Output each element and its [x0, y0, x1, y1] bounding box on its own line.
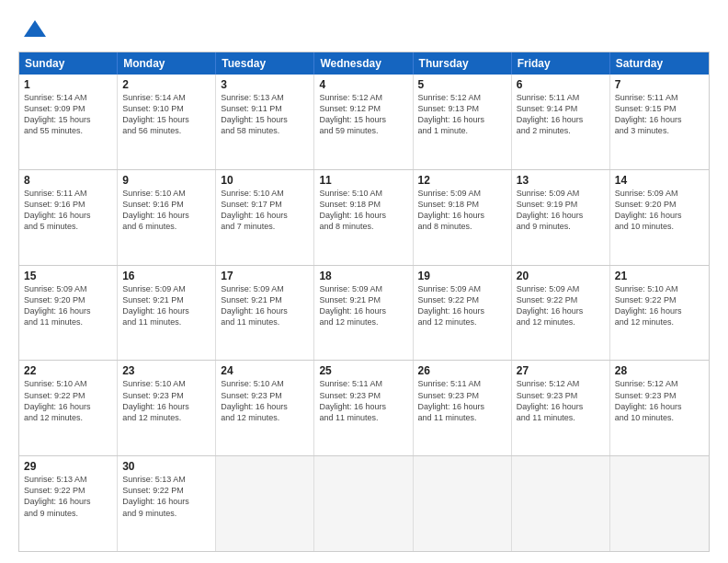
header-day-sunday: Sunday	[19, 52, 118, 75]
header-day-tuesday: Tuesday	[216, 52, 314, 75]
header-day-friday: Friday	[512, 52, 610, 75]
cal-cell: 15Sunrise: 5:09 AM Sunset: 9:20 PM Dayli…	[19, 266, 118, 361]
cal-cell: 9Sunrise: 5:10 AM Sunset: 9:16 PM Daylig…	[118, 170, 216, 265]
cal-week-4: 29Sunrise: 5:13 AM Sunset: 9:22 PM Dayli…	[19, 455, 709, 551]
cal-cell: 30Sunrise: 5:13 AM Sunset: 9:22 PM Dayli…	[118, 456, 216, 551]
cal-cell: 14Sunrise: 5:09 AM Sunset: 9:20 PM Dayli…	[610, 170, 709, 265]
cal-cell: 1Sunrise: 5:14 AM Sunset: 9:09 PM Daylig…	[19, 75, 118, 169]
cal-cell: 26Sunrise: 5:11 AM Sunset: 9:23 PM Dayli…	[414, 361, 512, 455]
header-day-monday: Monday	[118, 52, 216, 75]
cal-cell: 16Sunrise: 5:09 AM Sunset: 9:21 PM Dayli…	[118, 266, 216, 361]
cal-cell: 11Sunrise: 5:10 AM Sunset: 9:18 PM Dayli…	[314, 170, 413, 265]
header-day-wednesday: Wednesday	[314, 52, 413, 75]
cal-cell: 5Sunrise: 5:12 AM Sunset: 9:13 PM Daylig…	[414, 75, 512, 169]
cal-cell: 19Sunrise: 5:09 AM Sunset: 9:22 PM Dayli…	[414, 266, 512, 361]
cal-cell: 21Sunrise: 5:10 AM Sunset: 9:22 PM Dayli…	[610, 266, 709, 361]
cal-cell	[512, 456, 610, 551]
cal-cell	[314, 456, 413, 551]
logo-icon	[22, 17, 48, 42]
cal-cell	[610, 456, 709, 551]
cal-cell: 2Sunrise: 5:14 AM Sunset: 9:10 PM Daylig…	[118, 75, 216, 169]
cal-cell: 7Sunrise: 5:11 AM Sunset: 9:15 PM Daylig…	[610, 75, 709, 169]
cal-cell: 17Sunrise: 5:09 AM Sunset: 9:21 PM Dayli…	[216, 266, 314, 361]
header-day-thursday: Thursday	[414, 52, 512, 75]
header	[18, 17, 710, 42]
cal-cell: 8Sunrise: 5:11 AM Sunset: 9:16 PM Daylig…	[19, 170, 118, 265]
calendar: SundayMondayTuesdayWednesdayThursdayFrid…	[18, 52, 710, 552]
cal-week-1: 8Sunrise: 5:11 AM Sunset: 9:16 PM Daylig…	[19, 169, 709, 265]
cal-cell	[414, 456, 512, 551]
cal-week-0: 1Sunrise: 5:14 AM Sunset: 9:09 PM Daylig…	[19, 75, 709, 169]
calendar-body: 1Sunrise: 5:14 AM Sunset: 9:09 PM Daylig…	[19, 75, 709, 551]
cal-cell: 18Sunrise: 5:09 AM Sunset: 9:21 PM Dayli…	[314, 266, 413, 361]
cal-cell: 3Sunrise: 5:13 AM Sunset: 9:11 PM Daylig…	[216, 75, 314, 169]
cal-cell: 12Sunrise: 5:09 AM Sunset: 9:18 PM Dayli…	[414, 170, 512, 265]
cal-cell: 22Sunrise: 5:10 AM Sunset: 9:22 PM Dayli…	[19, 361, 118, 455]
cal-cell: 20Sunrise: 5:09 AM Sunset: 9:22 PM Dayli…	[512, 266, 610, 361]
cal-week-3: 22Sunrise: 5:10 AM Sunset: 9:22 PM Dayli…	[19, 360, 709, 455]
cal-cell: 23Sunrise: 5:10 AM Sunset: 9:23 PM Dayli…	[118, 361, 216, 455]
cal-week-2: 15Sunrise: 5:09 AM Sunset: 9:20 PM Dayli…	[19, 265, 709, 361]
cal-cell: 25Sunrise: 5:11 AM Sunset: 9:23 PM Dayli…	[314, 361, 413, 455]
page: SundayMondayTuesdayWednesdayThursdayFrid…	[0, 0, 728, 563]
header-day-saturday: Saturday	[610, 52, 709, 75]
cal-cell: 4Sunrise: 5:12 AM Sunset: 9:12 PM Daylig…	[314, 75, 413, 169]
svg-marker-0	[24, 20, 46, 37]
cal-cell	[216, 456, 314, 551]
cal-cell: 24Sunrise: 5:10 AM Sunset: 9:23 PM Dayli…	[216, 361, 314, 455]
cal-cell: 27Sunrise: 5:12 AM Sunset: 9:23 PM Dayli…	[512, 361, 610, 455]
cal-cell: 10Sunrise: 5:10 AM Sunset: 9:17 PM Dayli…	[216, 170, 314, 265]
cal-cell: 29Sunrise: 5:13 AM Sunset: 9:22 PM Dayli…	[19, 456, 118, 551]
cal-cell: 13Sunrise: 5:09 AM Sunset: 9:19 PM Dayli…	[512, 170, 610, 265]
cal-cell: 28Sunrise: 5:12 AM Sunset: 9:23 PM Dayli…	[610, 361, 709, 455]
logo	[18, 17, 48, 42]
cal-cell: 6Sunrise: 5:11 AM Sunset: 9:14 PM Daylig…	[512, 75, 610, 169]
calendar-header: SundayMondayTuesdayWednesdayThursdayFrid…	[19, 52, 709, 75]
